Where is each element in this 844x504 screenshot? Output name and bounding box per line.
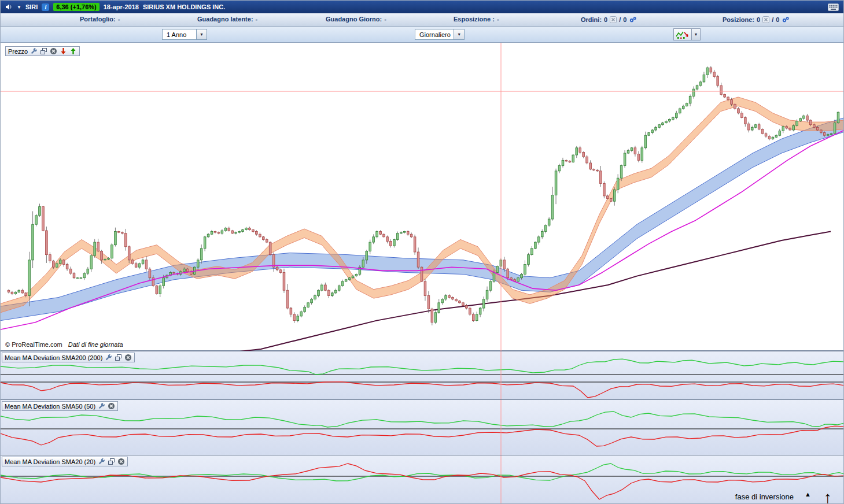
- info-icon[interactable]: i: [42, 3, 49, 11]
- indicator-sma50-title: Mean MA Deviation SMA50 (50): [5, 403, 95, 410]
- period-select-value: 1 Anno: [163, 29, 196, 39]
- posizione-count: 0: [757, 16, 760, 23]
- indicator-panel-sma200: Mean MA Deviation SMA200 (200): [1, 351, 843, 399]
- chart-toolbar: 1 Anno ▼ Giornaliero ▼ ▼: [1, 27, 843, 43]
- indicator-sma20-tab: Mean MA Deviation SMA20 (20): [2, 457, 128, 466]
- guadagno-giorno-label: Guadagno Giorno:: [326, 16, 382, 23]
- inversion-arrow-large-icon: ↑: [824, 490, 832, 504]
- portafoglio-value: -: [118, 16, 120, 23]
- prorealtime-window: ▼ SIRI i 6,36 (+1,76%) 18-apr-2018 SIRIU…: [0, 0, 844, 504]
- modify-positions-gears-icon[interactable]: [782, 16, 790, 23]
- period-select-arrow-icon[interactable]: ▼: [196, 29, 207, 39]
- portfolio-item: Guadagno latente: -: [197, 16, 257, 23]
- chart-type-button[interactable]: ▼: [673, 28, 701, 40]
- company-name: SIRIUS XM HOLDINGS INC.: [143, 3, 225, 10]
- timeframe-select-arrow-icon[interactable]: ▼: [454, 29, 464, 39]
- duplicate-window-icon[interactable]: [40, 47, 47, 55]
- timeframe-select[interactable]: Giornaliero ▼: [415, 29, 465, 40]
- orders-item: Ordini: 0 / 0: [581, 16, 637, 23]
- wrench-settings-icon[interactable]: [98, 458, 105, 465]
- indicator-sma20-title: Mean MA Deviation SMA20 (20): [5, 458, 95, 465]
- inversion-arrow-small-icon: ▲: [805, 491, 811, 498]
- cancel-orders-icon[interactable]: [610, 16, 617, 23]
- move-panel-down-icon[interactable]: [60, 47, 67, 55]
- portfolio-bar: Portafoglio: - Guadagno latente: - Guada…: [1, 13, 843, 27]
- copyright-text: © ProRealTime.com: [5, 341, 62, 348]
- price-badge: 6,36 (+1,76%): [53, 3, 99, 11]
- price-panel-tab: Prezzo: [5, 46, 80, 56]
- speaker-icon[interactable]: [5, 3, 13, 11]
- keyboard-icon[interactable]: [827, 3, 839, 11]
- title-bar: ▼ SIRI i 6,36 (+1,76%) 18-apr-2018 SIRIU…: [1, 1, 843, 13]
- wrench-settings-icon[interactable]: [98, 402, 105, 410]
- positions-item: Posizione: 0 / 0: [723, 16, 790, 23]
- copyright-line: © ProRealTime.comDati di fine giornata: [5, 341, 123, 348]
- indicator-sma200-tab: Mean MA Deviation SMA200 (200): [2, 353, 135, 362]
- symbol-dropdown-icon[interactable]: ▼: [17, 5, 21, 10]
- quote-date: 18-apr-2018: [104, 3, 139, 10]
- indicator-sma50-tab: Mean MA Deviation SMA50 (50): [2, 401, 118, 411]
- wrench-settings-icon[interactable]: [30, 47, 38, 55]
- ordini-count-2: 0: [623, 16, 626, 23]
- indicator-sma200-title: Mean MA Deviation SMA200 (200): [5, 354, 102, 361]
- indicator-panel-sma20: Mean MA Deviation SMA20 (20) fase di inv…: [1, 455, 843, 504]
- price-chart-canvas[interactable]: [1, 43, 844, 351]
- posizione-label: Posizione:: [723, 16, 754, 23]
- guadagno-latente-label: Guadagno latente:: [197, 16, 253, 23]
- esposizione-value: -: [497, 16, 499, 23]
- duplicate-window-icon[interactable]: [115, 354, 122, 361]
- portfolio-item: Portafoglio: -: [80, 16, 120, 23]
- price-panel-title: Prezzo: [8, 48, 28, 55]
- close-icon[interactable]: [108, 402, 115, 410]
- posizione-slash: /: [772, 16, 773, 23]
- modify-orders-gears-icon[interactable]: [629, 16, 637, 23]
- end-of-day-note: Dati di fine giornata: [68, 341, 123, 348]
- timeframe-select-value: Giornaliero: [415, 29, 454, 39]
- wrench-settings-icon[interactable]: [105, 354, 112, 361]
- chart-type-dropdown-icon[interactable]: ▼: [691, 29, 700, 40]
- ordini-slash: /: [619, 16, 621, 23]
- indicator-sma50-canvas[interactable]: [1, 400, 844, 455]
- close-icon[interactable]: [50, 47, 57, 55]
- move-panel-up-icon[interactable]: [69, 47, 77, 55]
- ordini-count: 0: [604, 16, 607, 23]
- posizione-count-2: 0: [776, 16, 779, 23]
- portfolio-item: Esposizione : -: [454, 16, 499, 23]
- close-icon[interactable]: [117, 458, 125, 465]
- duplicate-window-icon[interactable]: [108, 458, 115, 465]
- portafoglio-label: Portafoglio:: [80, 16, 116, 23]
- ordini-label: Ordini:: [581, 16, 602, 23]
- symbol-label[interactable]: SIRI: [25, 3, 38, 10]
- guadagno-latente-value: -: [256, 16, 258, 23]
- close-positions-icon[interactable]: [762, 16, 769, 23]
- chart-type-icon[interactable]: [674, 29, 691, 40]
- esposizione-label: Esposizione :: [454, 16, 495, 23]
- inversion-annotation: fase di inversione: [735, 492, 794, 501]
- price-panel: Prezzo © ProRealTime.comDati di fine gio…: [1, 43, 843, 351]
- close-icon[interactable]: [124, 354, 132, 361]
- period-select[interactable]: 1 Anno ▼: [162, 29, 207, 40]
- portfolio-item: Guadagno Giorno: -: [326, 16, 386, 23]
- indicator-panel-sma50: Mean MA Deviation SMA50 (50): [1, 399, 843, 455]
- guadagno-giorno-value: -: [384, 16, 386, 23]
